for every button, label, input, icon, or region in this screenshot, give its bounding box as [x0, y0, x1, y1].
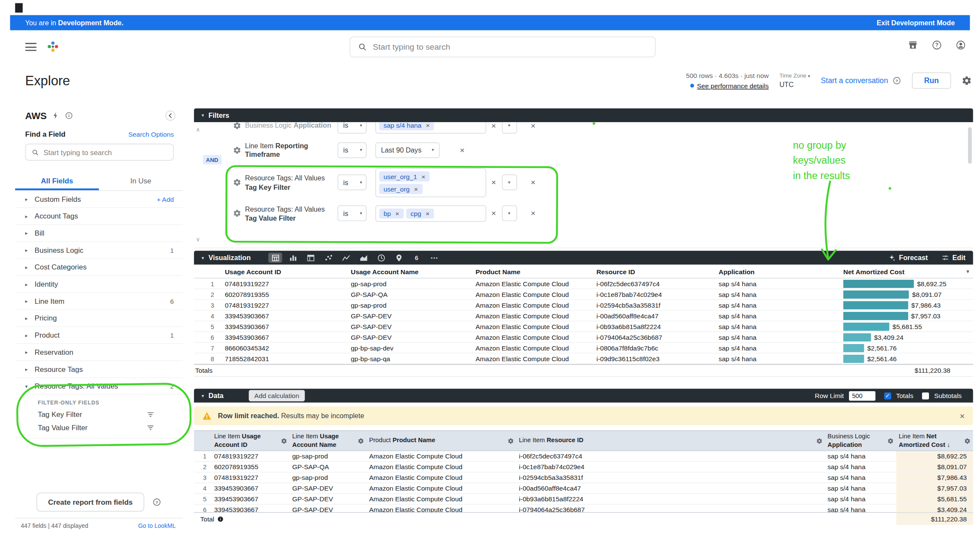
- sidebar-item-cost-categories[interactable]: ▸Cost Categories: [15, 259, 182, 276]
- conversation-help-icon[interactable]: ?: [893, 76, 902, 85]
- exit-dev-mode-button[interactable]: Exit Development Mode: [877, 19, 955, 27]
- row-limit-input[interactable]: [849, 391, 875, 400]
- totals-checkbox[interactable]: [884, 392, 891, 399]
- column-settings-gear-icon[interactable]: [508, 437, 514, 444]
- field-search-input[interactable]: [43, 148, 167, 156]
- sidebar-field-tag-key-filter[interactable]: Tag Key Filter: [15, 407, 182, 421]
- account-icon[interactable]: [956, 40, 966, 51]
- area-chart-icon[interactable]: [356, 253, 370, 263]
- marketplace-icon[interactable]: [908, 40, 918, 51]
- tab-all-fields[interactable]: All Fields: [15, 171, 99, 190]
- map-chart-icon[interactable]: [392, 253, 406, 263]
- add-calculation-button[interactable]: Add calculation: [249, 390, 305, 401]
- search-options-link[interactable]: Search Options: [128, 130, 173, 138]
- filter-value-input[interactable]: sap s/4 hana×: [375, 122, 486, 133]
- filter-expand-button[interactable]: ▾: [502, 174, 517, 190]
- single-value-chart-icon[interactable]: 6: [409, 253, 423, 263]
- chip-remove-icon[interactable]: ×: [426, 122, 430, 129]
- global-search-input[interactable]: [373, 42, 647, 52]
- filter-chip[interactable]: bp×: [379, 209, 403, 219]
- close-warning-icon[interactable]: ×: [960, 411, 965, 421]
- go-to-lookml-link[interactable]: Go to LookML: [138, 522, 176, 529]
- sidebar-item-account-tags[interactable]: ▸Account Tags: [15, 208, 182, 225]
- filter-expand-button[interactable]: ▾: [502, 206, 517, 222]
- visualization-section-bar[interactable]: ▾ Visualization 6 Forecast Edit: [194, 251, 973, 264]
- filter-value-input[interactable]: user_org_1×user_org×: [375, 168, 486, 197]
- field-search[interactable]: [25, 144, 174, 161]
- forecast-button[interactable]: Forecast: [888, 254, 928, 262]
- line-chart-icon[interactable]: [339, 253, 353, 263]
- filter-chip[interactable]: user_org_1×: [379, 171, 430, 181]
- filter-operator-select[interactable]: is▾: [338, 206, 367, 222]
- sidebar-item-pricing[interactable]: ▸Pricing: [15, 310, 182, 327]
- scatter-chart-icon[interactable]: [321, 253, 335, 263]
- column-settings-gear-icon[interactable]: [964, 437, 971, 444]
- help-icon[interactable]: ?: [932, 40, 942, 51]
- filter-chip[interactable]: cpg×: [406, 209, 434, 219]
- column-menu-icon[interactable]: ▾: [966, 268, 969, 275]
- filter-toggle-icon[interactable]: [146, 423, 155, 432]
- filter-expand-button[interactable]: ▾: [502, 122, 517, 133]
- sidebar-item-line-item[interactable]: ▸Line Item6: [15, 293, 182, 310]
- chip-remove-icon[interactable]: ×: [421, 172, 425, 180]
- column-settings-gear-icon[interactable]: [887, 437, 894, 444]
- remove-filter-icon[interactable]: ×: [531, 122, 535, 130]
- edit-viz-button[interactable]: Edit: [942, 254, 966, 262]
- sidebar-item-resource-tags-all-values[interactable]: ▾Resource Tags: All Values2: [15, 378, 182, 395]
- filter-value-input[interactable]: bp×cpg×: [375, 205, 486, 222]
- clear-filter-icon[interactable]: ×: [491, 122, 496, 130]
- bar-chart-icon[interactable]: [286, 253, 300, 263]
- explore-settings-gear-icon[interactable]: [962, 75, 972, 86]
- total-info-icon[interactable]: [218, 516, 224, 522]
- filters-scrollbar[interactable]: [968, 127, 972, 164]
- filter-operator-select[interactable]: is▾: [338, 142, 367, 158]
- filter-toggle-icon[interactable]: [146, 410, 155, 419]
- filter-value-select[interactable]: Last 90 Days▾: [375, 142, 439, 158]
- sidebar-item-custom-fields[interactable]: ▸Custom Fields+ Add: [15, 191, 182, 208]
- remove-filter-icon[interactable]: ×: [531, 209, 535, 218]
- clear-filter-icon[interactable]: ×: [491, 209, 496, 218]
- chip-remove-icon[interactable]: ×: [426, 210, 430, 217]
- create-report-help-icon[interactable]: ?: [152, 498, 161, 507]
- sidebar-item-reservation[interactable]: ▸Reservation: [15, 344, 182, 361]
- data-section-bar[interactable]: ▾ Data Add calculation Row Limit Totals …: [194, 389, 973, 402]
- remove-filter-icon[interactable]: ×: [531, 178, 535, 187]
- sidebar-item-resource-tags[interactable]: ▸Resource Tags: [15, 361, 182, 378]
- filter-operator-select[interactable]: is▾: [338, 122, 367, 133]
- remove-filter-icon[interactable]: ×: [460, 145, 464, 155]
- filter-chip[interactable]: sap s/4 hana×: [379, 122, 434, 130]
- global-search[interactable]: [350, 36, 656, 57]
- performance-details-link[interactable]: See performance details: [686, 81, 769, 91]
- column-settings-gear-icon[interactable]: [358, 437, 364, 444]
- pivot-chart-icon[interactable]: [304, 253, 317, 263]
- sidebar-item-product[interactable]: ▸Product1: [15, 327, 182, 344]
- timeline-chart-icon[interactable]: [374, 253, 388, 263]
- scroll-down-icon[interactable]: ∨: [196, 237, 200, 243]
- filter-chip[interactable]: user_org×: [379, 184, 422, 194]
- column-settings-gear-icon[interactable]: [281, 437, 287, 444]
- filter-operator-select[interactable]: is▾: [338, 174, 367, 190]
- timezone-control[interactable]: Time Zone ▾ UTC: [780, 72, 810, 90]
- sidebar-item-business-logic[interactable]: ▸Business Logic1: [15, 242, 182, 259]
- row-number: 1: [194, 280, 222, 287]
- menu-icon[interactable]: [25, 43, 36, 51]
- start-conversation-link[interactable]: Start a conversation ?: [821, 76, 901, 85]
- filters-section-bar[interactable]: ▾ Filters: [194, 108, 973, 122]
- tab-in-use[interactable]: In Use: [99, 171, 183, 190]
- table-chart-icon[interactable]: [268, 253, 282, 263]
- sidebar-item-identity[interactable]: ▸Identity: [15, 276, 182, 293]
- collapse-sidebar-icon[interactable]: [164, 110, 176, 122]
- chip-remove-icon[interactable]: ×: [414, 185, 418, 193]
- column-settings-gear-icon[interactable]: [816, 437, 823, 444]
- subtotals-checkbox[interactable]: [922, 392, 929, 399]
- sidebar-item-bill[interactable]: ▸Bill: [15, 225, 182, 242]
- add-custom-field-button[interactable]: + Add: [157, 195, 174, 203]
- create-report-button[interactable]: Create report from fields: [37, 493, 144, 512]
- sidebar-field-tag-value-filter[interactable]: Tag Value Filter: [15, 421, 182, 434]
- more-chart-icon[interactable]: [427, 253, 441, 263]
- scroll-up-icon[interactable]: ∧: [196, 127, 200, 133]
- run-button[interactable]: Run: [912, 72, 951, 89]
- chip-remove-icon[interactable]: ×: [395, 210, 399, 217]
- info-icon[interactable]: [65, 111, 73, 120]
- clear-filter-icon[interactable]: ×: [491, 178, 496, 187]
